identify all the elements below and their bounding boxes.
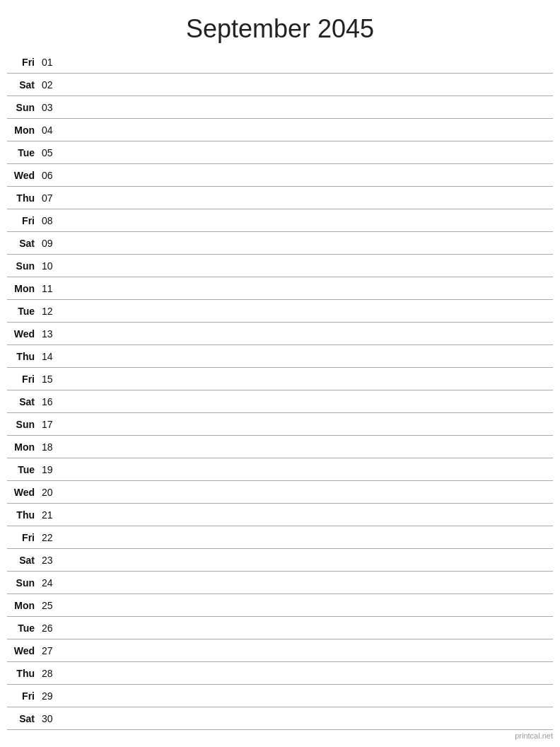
calendar-row: Fri15 (7, 368, 553, 390)
day-line (60, 243, 553, 243)
calendar-row: Tue12 (7, 300, 553, 323)
day-name: Fri (7, 690, 39, 702)
day-name: Thu (7, 351, 39, 362)
day-name: Mon (7, 441, 39, 453)
calendar-grid: Fri01Sat02Sun03Mon04Tue05Wed06Thu07Fri08… (0, 51, 560, 730)
day-line (60, 288, 553, 289)
day-name: Tue (7, 147, 39, 158)
day-line (60, 356, 553, 357)
calendar-row: Thu07 (7, 187, 553, 209)
day-line (60, 129, 553, 130)
day-line (60, 718, 553, 719)
day-line (60, 627, 553, 628)
day-line (60, 673, 553, 673)
calendar-row: Sat16 (7, 390, 553, 413)
calendar-row: Mon18 (7, 436, 553, 458)
calendar-row: Tue05 (7, 141, 553, 164)
day-number: 27 (39, 645, 60, 656)
calendar-row: Thu21 (7, 504, 553, 526)
day-number: 15 (39, 374, 60, 385)
day-name: Tue (7, 306, 39, 317)
calendar-row: Mon11 (7, 277, 553, 300)
day-name: Fri (7, 374, 39, 385)
calendar-row: Mon04 (7, 119, 553, 141)
day-line (60, 378, 553, 379)
calendar-row: Sun10 (7, 255, 553, 277)
day-name: Thu (7, 509, 39, 521)
day-line (60, 311, 553, 311)
day-number: 30 (39, 713, 60, 724)
calendar-row: Fri08 (7, 209, 553, 232)
calendar-row: Wed06 (7, 164, 553, 187)
day-name: Sat (7, 79, 39, 91)
day-name: Wed (7, 170, 39, 181)
page-title: September 2045 (0, 0, 560, 51)
day-line (60, 560, 553, 560)
day-line (60, 514, 553, 515)
day-number: 12 (39, 306, 60, 317)
day-number: 10 (39, 260, 60, 272)
day-line (60, 62, 553, 62)
day-number: 24 (39, 577, 60, 589)
calendar-row: Thu14 (7, 345, 553, 368)
watermark: printcal.net (515, 731, 553, 740)
day-name: Thu (7, 192, 39, 204)
day-number: 09 (39, 238, 60, 249)
day-number: 03 (39, 102, 60, 113)
day-name: Mon (7, 600, 39, 611)
day-line (60, 333, 553, 334)
calendar-row: Wed27 (7, 639, 553, 662)
day-line (60, 175, 553, 175)
day-line (60, 152, 553, 153)
day-number: 05 (39, 147, 60, 158)
day-number: 08 (39, 215, 60, 226)
day-line (60, 197, 553, 198)
day-number: 04 (39, 124, 60, 136)
day-line (60, 492, 553, 492)
day-name: Sat (7, 396, 39, 407)
day-number: 07 (39, 192, 60, 204)
day-line (60, 107, 553, 108)
calendar-row: Thu28 (7, 662, 553, 685)
day-name: Fri (7, 215, 39, 226)
day-line (60, 605, 553, 606)
day-name: Mon (7, 283, 39, 294)
day-number: 25 (39, 600, 60, 611)
day-line (60, 582, 553, 583)
calendar-row: Tue26 (7, 617, 553, 639)
day-number: 13 (39, 328, 60, 340)
day-name: Thu (7, 668, 39, 679)
day-line (60, 650, 553, 651)
day-name: Sat (7, 713, 39, 724)
day-line (60, 401, 553, 402)
day-name: Wed (7, 487, 39, 498)
day-name: Sat (7, 555, 39, 566)
day-number: 20 (39, 487, 60, 498)
day-line (60, 446, 553, 447)
day-number: 26 (39, 622, 60, 634)
day-number: 28 (39, 668, 60, 679)
calendar-row: Wed20 (7, 481, 553, 504)
day-name: Wed (7, 328, 39, 340)
calendar-row: Tue19 (7, 458, 553, 481)
day-name: Tue (7, 464, 39, 475)
day-number: 06 (39, 170, 60, 181)
day-number: 18 (39, 441, 60, 453)
day-name: Sun (7, 419, 39, 430)
day-number: 11 (39, 283, 60, 294)
day-number: 29 (39, 690, 60, 702)
day-name: Mon (7, 124, 39, 136)
calendar-row: Sat09 (7, 232, 553, 255)
calendar-row: Mon25 (7, 594, 553, 617)
calendar-row: Sun17 (7, 413, 553, 436)
day-line (60, 265, 553, 266)
day-name: Wed (7, 645, 39, 656)
calendar-row: Sat02 (7, 74, 553, 96)
day-line (60, 84, 553, 85)
day-number: 19 (39, 464, 60, 475)
day-name: Sun (7, 260, 39, 272)
day-number: 02 (39, 79, 60, 91)
day-name: Sun (7, 102, 39, 113)
day-line (60, 695, 553, 696)
day-name: Fri (7, 57, 39, 68)
